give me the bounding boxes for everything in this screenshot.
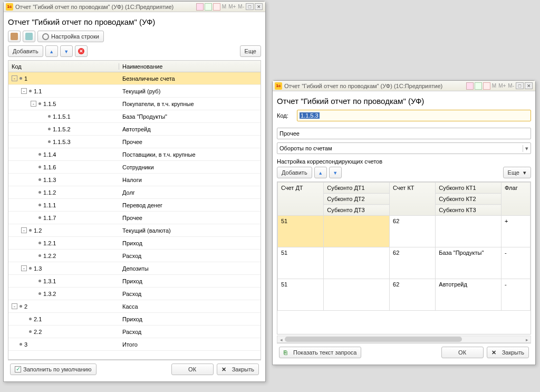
scroll-right-icon[interactable]: ▸ [523,336,531,343]
more-button[interactable]: Еще ▾ [503,167,531,178]
expander-icon[interactable]: - [31,101,36,107]
scroll-thumb[interactable] [285,337,462,342]
mem-m[interactable]: M [492,83,496,89]
row-settings-button[interactable]: Настройка строки [37,31,104,42]
table-row[interactable]: 5162База "Продукты"- [278,247,531,279]
tree-row[interactable]: 1.1.5.2Автотрейд [8,123,261,136]
col-sdt2[interactable]: Субконто ДТ2 [324,194,390,205]
tree-row[interactable]: 1.2.2Расход [8,250,261,262]
scroll-left-icon[interactable]: ◂ [277,336,285,343]
show-query-button[interactable]: ⎘ Показать текст запроса [279,347,361,358]
col-sdt3[interactable]: Субконто ДТ3 [324,205,390,216]
col-sdt1[interactable]: Субконто ДТ1 [324,183,390,194]
config-button-1[interactable] [8,31,21,42]
table-row[interactable]: 5162Автотрейд- [278,279,531,311]
calendar-icon[interactable] [213,3,220,11]
horizontal-scrollbar[interactable]: ◂ ▸ [277,336,531,343]
expander-icon[interactable]: - [21,88,27,94]
tree-row[interactable]: 1.3.1Приход [8,275,261,288]
tree-row[interactable]: -1.1Текущий (руб) [8,85,261,98]
row-name: Итого [119,341,261,348]
col-skt2[interactable]: Субконто КТ2 [436,194,502,205]
move-up-button[interactable] [314,167,327,178]
mem-mplus[interactable]: M+ [228,4,236,9]
tree-row[interactable]: 1.1.7Прочее [8,212,261,224]
mem-mplus[interactable]: M+ [498,83,506,89]
col-flag[interactable]: Флаг [502,183,531,216]
name-input[interactable] [277,128,531,139]
calc-icon[interactable] [475,82,482,90]
tree-row[interactable]: 1.3.2Расход [8,288,261,300]
maximize-button[interactable]: □ [516,82,524,89]
move-up-button[interactable] [45,45,58,57]
row-code: 1.1.5.2 [53,126,71,132]
mem-m[interactable]: M [222,4,226,9]
add-button[interactable]: Добавить [8,45,43,57]
close-button[interactable]: Закрыть [217,364,259,375]
config-button-2[interactable] [23,31,35,42]
accounts-table[interactable]: Счет ДТ Субконто ДТ1 Счет КТ Субконто КТ… [277,181,531,334]
close-window-button[interactable]: ✕ [525,82,533,89]
titlebar-1[interactable]: 1c Отчет "Гибкий отчет по проводкам" (УФ… [4,2,265,12]
table-row[interactable]: 5162+ [278,216,531,247]
row-name: Расход [119,291,261,297]
col-skt1[interactable]: Субконто КТ1 [436,183,502,194]
arrow-down-icon [333,169,338,176]
col-code-header[interactable]: Код [8,63,119,70]
tree-row[interactable]: 1.1.1Перевод денег [8,199,261,212]
expander-icon[interactable]: - [12,303,17,309]
calc-icon[interactable] [205,3,212,11]
tree-row[interactable]: 2.1Приход [8,313,261,326]
node-icon [38,204,41,206]
tree-row[interactable]: 3Итого [8,338,261,351]
row-code: 1.3.2 [43,291,56,297]
add-button[interactable]: Добавить [277,167,312,178]
move-down-button[interactable] [60,45,73,57]
col-skt3[interactable]: Субконто КТ3 [436,205,502,216]
tree-row[interactable]: 1.1.4Поставщики, в т.ч. крупные [8,148,261,161]
node-icon [38,178,41,181]
node-icon [38,153,41,156]
maximize-button[interactable]: □ [246,3,254,10]
move-down-button[interactable] [329,167,342,178]
tree-row[interactable]: -1.3Депозиты [8,262,261,275]
node-icon [38,102,41,105]
col-name-header[interactable]: Наименование [119,63,261,70]
tree-row[interactable]: 1.1.6Сотрудники [8,161,261,174]
fill-default-button[interactable]: Заполнить по умолчанию [10,364,97,375]
node-icon [29,90,32,92]
close-window-button[interactable]: ✕ [255,3,263,10]
tree-row[interactable]: 1.1.3Налоги [8,174,261,186]
tree-row[interactable]: 1.1.5.1База "Продукты" [8,110,261,123]
tree-row[interactable]: -1.2Текущий (валюта) [8,224,261,237]
type-combo[interactable]: Обороты по счетам ▾ [277,142,531,154]
node-icon [38,292,41,295]
print-icon[interactable] [196,3,204,11]
col-kt[interactable]: Счет КТ [390,183,436,216]
mem-mminus[interactable]: M- [508,83,514,89]
expander-icon[interactable]: - [21,265,27,271]
more-button[interactable]: Еще [240,45,261,57]
col-dt[interactable]: Счет ДТ [278,183,324,216]
mem-mminus[interactable]: M- [238,4,244,9]
expander-icon[interactable]: - [12,75,17,81]
tree-row[interactable]: -1.1.5Покупатели, в т.ч. крупные [8,98,261,110]
ok-button[interactable]: ОК [441,347,484,358]
delete-button[interactable]: ✕ [75,45,88,57]
tree-row[interactable]: 1.1.2Долг [8,186,261,199]
close-button[interactable]: Закрыть [487,347,529,358]
tree-row[interactable]: -2Касса [8,300,261,313]
tree-row[interactable]: 1.2.1Приход [8,237,261,250]
tree-row[interactable]: 1.1.5.3Прочее [8,136,261,148]
tree-header: Код Наименование [8,61,261,72]
expander-icon[interactable]: - [21,227,27,233]
row-code: 2 [24,303,27,310]
print-icon[interactable] [466,82,474,90]
tree-table[interactable]: Код Наименование -1Безналичные счета-1.1… [8,60,261,360]
tree-row[interactable]: -1Безналичные счета [8,72,261,85]
titlebar-2[interactable]: 1c Отчет "Гибкий отчет по проводкам" (УФ… [273,81,535,91]
tree-row[interactable]: 2.2Расход [8,326,261,338]
code-input[interactable]: 1.1.5.3 [297,110,531,121]
ok-button[interactable]: ОК [171,364,214,375]
calendar-icon[interactable] [483,82,490,90]
